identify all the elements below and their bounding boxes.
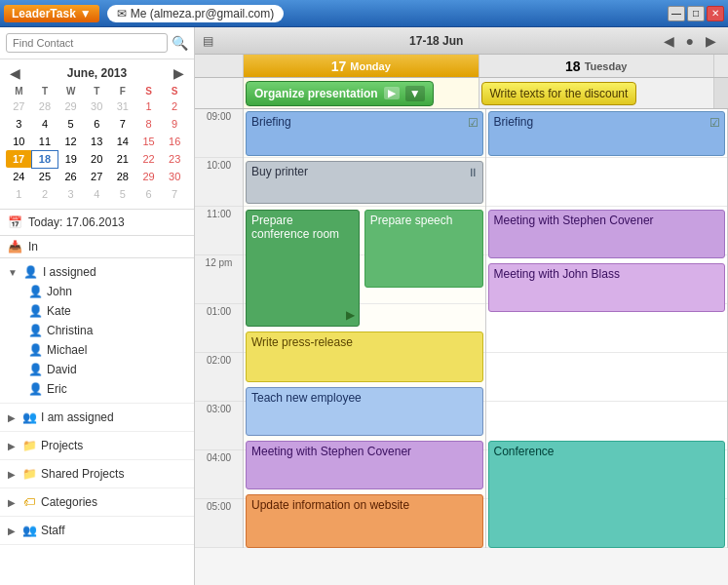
user-michael-icon: 👤	[27, 342, 43, 358]
organize-dropdown-icon[interactable]: ▼	[405, 86, 425, 101]
event-prepare-conf[interactable]: Prepare conference room ▶	[246, 210, 360, 327]
cal-day-0-4[interactable]: 31	[110, 98, 136, 115]
cal-day-0-3[interactable]: 30	[84, 98, 110, 115]
cal-next-button[interactable]: ▶	[170, 65, 188, 81]
cal-day-0-5[interactable]: 1	[135, 98, 162, 115]
cal-day-5-6[interactable]: 7	[162, 185, 188, 203]
window-controls: — □ ✕	[668, 6, 724, 21]
cal-day-5-5[interactable]: 6	[135, 185, 162, 203]
close-button[interactable]: ✕	[707, 6, 724, 21]
write-texts-button[interactable]: Write texts for the discount	[481, 82, 637, 105]
sidebar-user-michael[interactable]: 👤 Michael	[0, 340, 194, 360]
time-grid-wrapper[interactable]: 09:00 10:00 11:00 12 pm 01:00 02:00 03:0…	[195, 109, 728, 585]
cal-day-3-4[interactable]: 21	[110, 150, 136, 168]
search-icon[interactable]: 🔍	[172, 35, 188, 51]
event-briefing-tue-label: Briefing	[494, 115, 534, 129]
event-write-press[interactable]: Write press-release	[246, 332, 483, 382]
sidebar-user-john[interactable]: 👤 John	[0, 282, 194, 301]
event-update-info[interactable]: Update information on website	[246, 494, 483, 548]
cal-day-3-5[interactable]: 22	[135, 150, 162, 168]
event-meeting-john[interactable]: Meeting with John Blass	[488, 263, 726, 312]
cal-day-3-2[interactable]: 19	[57, 150, 84, 168]
cal-day-4-4[interactable]: 28	[110, 168, 136, 185]
event-buy-printer[interactable]: Buy printer ⏸	[246, 161, 483, 204]
cal-day-2-2[interactable]: 12	[57, 133, 84, 150]
cal-day-4-1[interactable]: 25	[32, 168, 58, 185]
cal-day-4-3[interactable]: 27	[84, 168, 110, 185]
sidebar-user-david[interactable]: 👤 David	[0, 360, 194, 379]
cal-day-2-0[interactable]: 10	[6, 133, 32, 150]
cal-day-3-3[interactable]: 20	[84, 150, 110, 168]
cal-dow-t: T	[32, 85, 58, 98]
cal-day-0-2[interactable]: 29	[57, 98, 84, 115]
cal-day-1-3[interactable]: 6	[84, 115, 110, 133]
cal-day-4-5[interactable]: 29	[135, 168, 162, 185]
event-meeting-stephen-tue[interactable]: Meeting with Stephen Covener	[488, 210, 726, 258]
cal-day-4-6[interactable]: 30	[162, 168, 188, 185]
cal-day-3-6[interactable]: 23	[162, 150, 188, 168]
cal-day-4-2[interactable]: 26	[57, 168, 84, 185]
cal-day-1-1[interactable]: 4	[32, 115, 58, 133]
user-kate-icon: 👤	[27, 303, 43, 319]
allday-day2: Write texts for the discount	[479, 78, 715, 108]
cal-day-1-4[interactable]: 7	[110, 115, 136, 133]
event-teach-employee[interactable]: Teach new employee	[246, 387, 483, 436]
cal-day-1-0[interactable]: 3	[6, 115, 32, 133]
event-prepare-speech[interactable]: Prepare speech	[364, 210, 483, 288]
today-dot-button[interactable]: ●	[682, 31, 698, 51]
day1-header: 17 Monday	[244, 55, 479, 77]
cal-prev-button[interactable]: ◀	[6, 65, 24, 81]
cal-day-1-5[interactable]: 8	[135, 115, 162, 133]
user-eric-label: Eric	[47, 382, 67, 396]
cal-day-0-0[interactable]: 27	[6, 98, 32, 115]
i-assigned-header[interactable]: ▼ 👤 I assigned	[0, 262, 194, 282]
cal-day-5-0[interactable]: 1	[6, 185, 32, 203]
cal-day-1-2[interactable]: 5	[57, 115, 84, 133]
event-meeting-stephen-mon[interactable]: Meeting with Stephen Covener	[246, 441, 483, 489]
app-logo[interactable]: LeaderTask ▼	[4, 5, 99, 22]
column-headers: 17 Monday 18 Tuesday	[195, 55, 728, 78]
cal-dow-f: F	[110, 85, 136, 98]
cal-day-1-6[interactable]: 9	[162, 115, 188, 133]
logo-arrow: ▼	[80, 7, 92, 20]
staff-header[interactable]: ▶ 👥 Staff	[0, 521, 194, 540]
sidebar-user-kate[interactable]: 👤 Kate	[0, 301, 194, 321]
cal-day-2-1[interactable]: 11	[32, 133, 58, 150]
organize-presentation-button[interactable]: Organize presentation ▶ ▼	[246, 81, 434, 106]
cal-day-4-0[interactable]: 24	[6, 168, 32, 185]
user-michael-label: Michael	[47, 343, 87, 357]
cal-day-5-1[interactable]: 2	[32, 185, 58, 203]
cal-day-5-3[interactable]: 4	[84, 185, 110, 203]
next-period-button[interactable]: ▶	[702, 31, 720, 51]
sidebar-user-eric[interactable]: 👤 Eric	[0, 379, 194, 399]
inbox-label[interactable]: 📥 In	[0, 236, 194, 258]
categories-header[interactable]: ▶ 🏷 Categories	[0, 492, 194, 512]
day1-column: Briefing ☑ Buy printer ⏸ Prepare confere…	[244, 109, 486, 548]
cal-day-3-1[interactable]: 18	[32, 150, 58, 168]
projects-header[interactable]: ▶ 📁 Projects	[0, 436, 194, 455]
cal-day-5-4[interactable]: 5	[110, 185, 136, 203]
time-labels: 09:00 10:00 11:00 12 pm 01:00 02:00 03:0…	[195, 109, 244, 548]
expand-button[interactable]: ▤	[203, 34, 213, 48]
title-bar: LeaderTask ▼ ✉ Me (almeza.pr@gmail.com) …	[0, 0, 728, 27]
cal-day-3-0[interactable]: 17	[6, 150, 32, 168]
event-briefing-mon[interactable]: Briefing ☑	[246, 111, 483, 156]
cal-day-5-2[interactable]: 3	[57, 185, 84, 203]
minimize-button[interactable]: —	[668, 6, 685, 21]
user-eric-icon: 👤	[27, 381, 43, 397]
sidebar-user-christina[interactable]: 👤 Christina	[0, 321, 194, 340]
prev-period-button[interactable]: ◀	[660, 31, 678, 51]
maximize-button[interactable]: □	[687, 6, 705, 21]
cal-day-2-3[interactable]: 13	[84, 133, 110, 150]
cal-day-2-4[interactable]: 14	[110, 133, 136, 150]
search-input[interactable]	[6, 33, 168, 53]
event-conference[interactable]: Conference	[488, 441, 726, 548]
cal-day-2-5[interactable]: 15	[135, 133, 162, 150]
allday-row: Organize presentation ▶ ▼ Write texts fo…	[195, 78, 728, 109]
cal-day-0-6[interactable]: 2	[162, 98, 188, 115]
shared-projects-header[interactable]: ▶ 📁 Shared Projects	[0, 464, 194, 484]
event-briefing-tue[interactable]: Briefing ☑	[488, 111, 726, 156]
cal-day-0-1[interactable]: 28	[32, 98, 58, 115]
cal-day-2-6[interactable]: 16	[162, 133, 188, 150]
iam-assigned-header[interactable]: ▶ 👥 I am assigned	[0, 408, 194, 427]
